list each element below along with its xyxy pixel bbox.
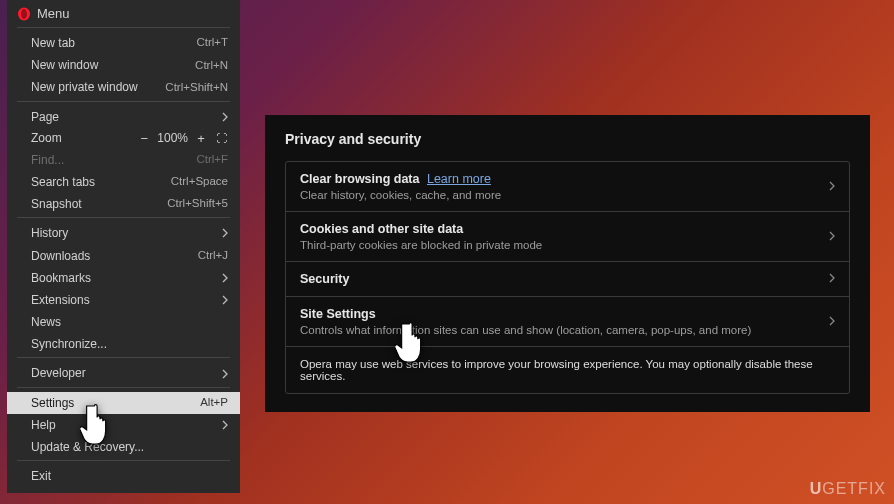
watermark-prefix: U bbox=[810, 480, 823, 497]
menu-item-new-window[interactable]: New window Ctrl+N bbox=[7, 54, 240, 76]
menu-shortcut: Ctrl+F bbox=[196, 152, 228, 168]
settings-group: Clear browsing data Learn more Clear his… bbox=[285, 161, 850, 394]
row-subtitle: Third-party cookies are blocked in priva… bbox=[300, 239, 829, 251]
menu-item-page[interactable]: Page bbox=[7, 106, 240, 128]
zoom-in-button[interactable]: + bbox=[194, 131, 208, 146]
menu-label: Bookmarks bbox=[31, 270, 222, 286]
menu-item-history[interactable]: History bbox=[7, 222, 240, 244]
menu-label: Page bbox=[31, 109, 222, 125]
menu-label: Zoom bbox=[31, 131, 131, 145]
row-text: Cookies and other site data Third-party … bbox=[300, 222, 829, 251]
menu-label: Snapshot bbox=[31, 196, 167, 212]
row-security[interactable]: Security bbox=[286, 262, 849, 297]
row-site-settings[interactable]: Site Settings Controls what information … bbox=[286, 297, 849, 347]
menu-shortcut: Ctrl+J bbox=[198, 248, 228, 264]
menu-label: News bbox=[31, 314, 228, 330]
learn-more-link[interactable]: Learn more bbox=[427, 172, 491, 186]
menu-separator bbox=[17, 357, 230, 358]
menu-label: Synchronize... bbox=[31, 336, 228, 352]
menu-item-bookmarks[interactable]: Bookmarks bbox=[7, 267, 240, 289]
section-title: Privacy and security bbox=[285, 131, 850, 147]
menu-separator bbox=[17, 101, 230, 102]
menu-shortcut: Ctrl+Space bbox=[171, 174, 228, 190]
menu-item-search-tabs[interactable]: Search tabs Ctrl+Space bbox=[7, 171, 240, 193]
menu-item-find[interactable]: Find... Ctrl+F bbox=[7, 149, 240, 171]
menu-item-exit[interactable]: Exit bbox=[7, 465, 240, 487]
menu-header: Menu bbox=[7, 0, 240, 25]
notice-text: Opera may use web services to improve yo… bbox=[300, 358, 835, 382]
menu-separator bbox=[17, 27, 230, 28]
row-subtitle: Clear history, cookies, cache, and more bbox=[300, 189, 829, 201]
menu-label: Exit bbox=[31, 468, 228, 484]
zoom-out-button[interactable]: − bbox=[137, 131, 151, 146]
watermark-suffix: GETFIX bbox=[822, 480, 886, 497]
menu-shortcut: Alt+P bbox=[200, 395, 228, 411]
row-title: Cookies and other site data bbox=[300, 222, 829, 236]
chevron-right-icon bbox=[829, 181, 835, 193]
menu-separator bbox=[17, 217, 230, 218]
menu-label: New window bbox=[31, 57, 195, 73]
menu-label: New private window bbox=[31, 79, 165, 95]
row-clear-browsing-data[interactable]: Clear browsing data Learn more Clear his… bbox=[286, 162, 849, 212]
menu-item-help[interactable]: Help bbox=[7, 414, 240, 436]
menu-item-new-private-window[interactable]: New private window Ctrl+Shift+N bbox=[7, 76, 240, 98]
menu-item-downloads[interactable]: Downloads Ctrl+J bbox=[7, 245, 240, 267]
chevron-right-icon bbox=[222, 112, 228, 122]
opera-main-menu: Menu New tab Ctrl+T New window Ctrl+N Ne… bbox=[7, 0, 240, 493]
zoom-level: 100% bbox=[157, 131, 188, 145]
menu-label: Update & Recovery... bbox=[31, 439, 228, 455]
menu-item-settings[interactable]: Settings Alt+P bbox=[7, 392, 240, 414]
menu-shortcut: Ctrl+T bbox=[196, 35, 228, 51]
fullscreen-button[interactable]: ⛶ bbox=[214, 132, 228, 144]
menu-label: History bbox=[31, 225, 222, 241]
chevron-right-icon bbox=[222, 273, 228, 283]
menu-item-snapshot[interactable]: Snapshot Ctrl+Shift+5 bbox=[7, 193, 240, 215]
menu-label: Downloads bbox=[31, 248, 198, 264]
chevron-right-icon bbox=[829, 316, 835, 328]
menu-separator bbox=[17, 460, 230, 461]
menu-label: Settings bbox=[31, 395, 200, 411]
chevron-right-icon bbox=[829, 231, 835, 243]
menu-title: Menu bbox=[37, 6, 70, 21]
menu-shortcut: Ctrl+Shift+5 bbox=[167, 196, 228, 212]
menu-item-synchronize[interactable]: Synchronize... bbox=[7, 333, 240, 355]
opera-logo-icon bbox=[17, 7, 31, 21]
watermark: UGETFIX bbox=[810, 480, 886, 498]
row-title: Clear browsing data Learn more bbox=[300, 172, 829, 186]
menu-label: New tab bbox=[31, 35, 196, 51]
chevron-right-icon bbox=[829, 273, 835, 285]
chevron-right-icon bbox=[222, 295, 228, 305]
menu-separator bbox=[17, 387, 230, 388]
menu-item-update-recovery[interactable]: Update & Recovery... bbox=[7, 436, 240, 458]
menu-item-news[interactable]: News bbox=[7, 311, 240, 333]
row-text: Site Settings Controls what information … bbox=[300, 307, 829, 336]
row-title-text: Clear browsing data bbox=[300, 172, 419, 186]
menu-item-developer[interactable]: Developer bbox=[7, 362, 240, 384]
menu-shortcut: Ctrl+Shift+N bbox=[165, 80, 228, 96]
menu-item-extensions[interactable]: Extensions bbox=[7, 289, 240, 311]
menu-label: Developer bbox=[31, 365, 222, 381]
privacy-security-panel: Privacy and security Clear browsing data… bbox=[265, 115, 870, 412]
chevron-right-icon bbox=[222, 369, 228, 379]
row-text: Clear browsing data Learn more Clear his… bbox=[300, 172, 829, 201]
row-text: Security bbox=[300, 272, 829, 286]
svg-point-1 bbox=[21, 9, 27, 19]
row-services-notice: Opera may use web services to improve yo… bbox=[286, 347, 849, 393]
menu-label: Find... bbox=[31, 152, 196, 168]
menu-shortcut: Ctrl+N bbox=[195, 58, 228, 74]
menu-item-new-tab[interactable]: New tab Ctrl+T bbox=[7, 32, 240, 54]
menu-item-zoom: Zoom − 100% + ⛶ bbox=[7, 128, 240, 149]
chevron-right-icon bbox=[222, 420, 228, 430]
row-cookies[interactable]: Cookies and other site data Third-party … bbox=[286, 212, 849, 262]
chevron-right-icon bbox=[222, 228, 228, 238]
row-subtitle: Controls what information sites can use … bbox=[300, 324, 829, 336]
row-title: Site Settings bbox=[300, 307, 829, 321]
menu-label: Extensions bbox=[31, 292, 222, 308]
row-title: Security bbox=[300, 272, 829, 286]
zoom-controls: − 100% + ⛶ bbox=[137, 131, 228, 146]
menu-label: Search tabs bbox=[31, 174, 171, 190]
menu-label: Help bbox=[31, 417, 222, 433]
